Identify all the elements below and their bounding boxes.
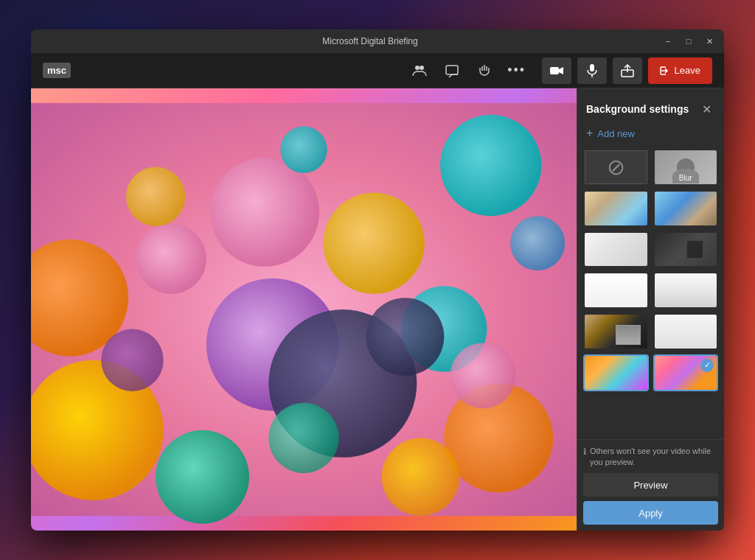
window-controls: − □ ✕ (659, 34, 718, 49)
preview-button[interactable]: Preview (583, 473, 718, 497)
chat-button[interactable] (439, 57, 465, 84)
video-area (31, 88, 577, 531)
panel-header: Background settings ✕ (577, 88, 724, 124)
info-text: ℹ Others won't see your video while you … (583, 446, 718, 467)
more-button[interactable]: ••• (504, 57, 530, 84)
thumbnail-scroll-area[interactable]: ⊘ Blur (577, 149, 724, 439)
thumbnail-none[interactable]: ⊘ (583, 149, 649, 186)
svg-point-26 (450, 343, 516, 408)
svg-point-15 (323, 192, 424, 293)
svg-point-22 (280, 127, 327, 173)
svg-point-23 (366, 298, 445, 376)
thumbnail-room-7[interactable] (583, 313, 649, 350)
minimize-button[interactable]: − (659, 34, 677, 49)
svg-point-10 (440, 115, 541, 216)
svg-rect-3 (550, 67, 559, 74)
close-button[interactable]: ✕ (700, 34, 718, 49)
svg-rect-4 (590, 64, 594, 71)
svg-point-21 (510, 216, 565, 270)
svg-point-1 (420, 66, 424, 70)
add-new-button[interactable]: + Add new (577, 124, 724, 149)
title-bar: Microsoft Digital Briefing − □ ✕ (31, 29, 724, 53)
leave-button[interactable]: Leave (648, 57, 712, 84)
thumbnail-room-5[interactable] (583, 272, 649, 309)
thumbnail-room-3[interactable] (583, 231, 649, 268)
main-window: Microsoft Digital Briefing − □ ✕ msc (31, 29, 724, 531)
svg-rect-2 (446, 66, 458, 74)
apply-button[interactable]: Apply (583, 501, 718, 525)
thumbnail-grid: ⊘ Blur (583, 149, 718, 391)
panel-footer: ℹ Others won't see your video while you … (577, 439, 724, 531)
selected-checkmark: ✓ (700, 359, 714, 372)
share-button[interactable] (613, 57, 642, 84)
svg-point-18 (136, 224, 206, 294)
content-area: Background settings ✕ + Add new ⊘ (31, 88, 724, 531)
thumbnail-room-8[interactable] (653, 313, 719, 350)
thumbnail-room-6[interactable] (653, 272, 719, 309)
svg-point-24 (268, 403, 338, 473)
svg-point-20 (101, 329, 164, 391)
thumbnail-room-9[interactable] (583, 354, 649, 391)
thumbnail-room-10[interactable]: ✓ (653, 354, 719, 391)
thumbnail-blur[interactable]: Blur (653, 149, 719, 186)
svg-point-19 (382, 438, 460, 516)
svg-point-16 (156, 430, 249, 524)
info-icon: ℹ (583, 447, 587, 458)
none-icon: ⊘ (607, 156, 625, 178)
video-background (31, 88, 577, 531)
panel-title: Background settings (586, 103, 689, 115)
hand-button[interactable] (471, 57, 498, 84)
logo: msc (43, 63, 71, 78)
thumbnail-room-1[interactable] (583, 190, 649, 227)
window-title: Microsoft Digital Briefing (81, 36, 659, 46)
svg-point-0 (415, 66, 420, 70)
blur-label: Blur (679, 174, 692, 182)
maximize-button[interactable]: □ (680, 34, 697, 49)
toolbar-right: Leave (542, 57, 712, 84)
panel-close-button[interactable]: ✕ (697, 100, 715, 118)
background-settings-panel: Background settings ✕ + Add new ⊘ (577, 88, 724, 531)
svg-point-25 (126, 167, 185, 226)
thumbnail-room-4[interactable] (653, 231, 719, 268)
mic-button[interactable] (577, 57, 607, 84)
svg-point-11 (210, 158, 319, 267)
thumbnail-room-2[interactable] (653, 190, 719, 227)
camera-button[interactable] (542, 57, 571, 84)
toolbar-actions: ••• (406, 57, 530, 84)
people-button[interactable] (406, 57, 433, 84)
toolbar: msc ••• (31, 53, 724, 88)
leave-label: Leave (675, 65, 700, 76)
